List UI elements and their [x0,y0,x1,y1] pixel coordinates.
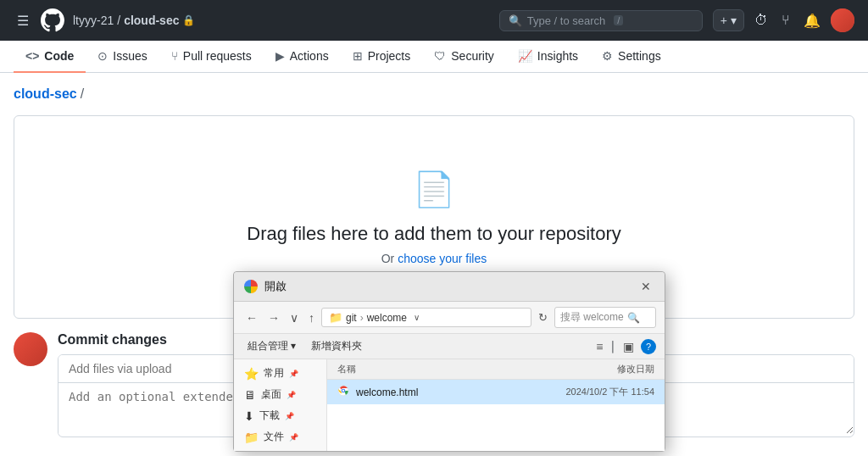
sidebar-item-label-3: 文件 [264,430,284,444]
dialog-list-view-button[interactable]: ≡ [593,338,606,355]
sidebar-item-icon-3: 📁 [244,431,259,444]
timer-button[interactable]: ⏱ [751,9,771,31]
dialog-sidebar-item-0[interactable]: ⭐常用📌 [234,363,326,384]
breadcrumb-user-link[interactable]: ltyyy-21 [73,14,114,27]
tab-pullrequests[interactable]: ⑂Pull requests [159,41,264,73]
search-icon: 🔍 [509,14,522,27]
dialog-file-row-0[interactable]: welcome.html2024/10/2 下午 11:54 [327,380,665,404]
path-separator: / [81,86,84,102]
dialog-sidebar-item-3[interactable]: 📁文件📌 [234,426,326,448]
dialog-path-dropdown-button[interactable]: ∨ [414,313,420,322]
dialog-file-date-0: 2024/10/2 下午 11:54 [565,386,654,398]
dialog-chrome-icon [244,280,258,293]
dialog-action-bar: 組合管理 ▾ 新增資料夾 ≡ │ ▣ ? [234,334,665,359]
dialog-file-header: 名稱 修改日期 [327,359,665,380]
dialog-path-bar[interactable]: 📁 git › welcome ∨ [321,308,531,327]
dialog-path-folder-icon: 📁 [329,311,342,324]
dialog-organize-button[interactable]: 組合管理 ▾ [242,337,301,355]
dialog-up-button[interactable]: ↑ [305,309,318,326]
dialog-new-folder-button[interactable]: 新增資料夾 [306,337,367,355]
tab-insights[interactable]: 📈Insights [506,41,590,73]
dialog-file-browser: ⭐常用📌🖥桌面📌⬇下載📌📁文件📌 名稱 修改日期 welcome.html202… [234,359,665,451]
repo-path-link[interactable]: cloud-sec [14,86,77,102]
tab-security-icon: 🛡 [434,49,446,63]
dialog-path-git: git [346,312,357,324]
hamburger-button[interactable]: ☰ [14,9,32,32]
dialog-refresh-button[interactable]: ↻ [535,309,551,325]
dialog-grid-view-button[interactable]: ▣ [620,338,637,355]
commit-avatar [14,332,47,366]
dialog-file-chrome-icon-0 [337,385,349,397]
dialog-sidebar-item-1[interactable]: 🖥桌面📌 [234,384,326,405]
dialog-file-name-0: welcome.html [356,386,565,398]
dialog-sidebar-item-2[interactable]: ⬇下載📌 [234,405,326,426]
top-navbar: ☰ ltyyy-21 / cloud-sec 🔒 🔍 Type / to sea… [0,0,868,41]
add-dropdown-icon: ▾ [731,14,737,27]
dialog-col-date: 修改日期 [617,363,654,375]
tab-issues-icon: ⊙ [97,49,108,63]
search-bar[interactable]: 🔍 Type / to search / [499,10,703,31]
choose-files-link[interactable]: choose your files [398,252,487,265]
dialog-title-left: 開啟 [244,279,287,294]
dialog-action-right: ≡ │ ▣ ? [593,338,656,355]
add-button[interactable]: + ▾ [713,9,744,31]
dialog-down-button[interactable]: ∨ [287,309,302,326]
sidebar-item-pin-0: 📌 [289,370,298,378]
repo-breadcrumb-path: cloud-sec / [14,86,854,102]
breadcrumb: ltyyy-21 / cloud-sec 🔒 [73,14,195,27]
tab-settings-icon: ⚙ [602,49,613,63]
file-dialog: 開啟 ✕ ← → ∨ ↑ 📁 git › welcome ∨ ↻ 搜尋 welc… [233,271,665,451]
dialog-toolbar: ← → ∨ ↑ 📁 git › welcome ∨ ↻ 搜尋 welcome 🔍 [234,302,665,334]
lock-icon: 🔒 [182,14,195,26]
avatar-image [831,8,854,32]
tab-issues[interactable]: ⊙Issues [86,41,159,73]
dialog-close-button[interactable]: ✕ [637,280,654,293]
tab-insights-icon: 📈 [518,49,532,63]
tab-security-label: Security [451,49,494,63]
tab-pullrequests-icon: ⑂ [171,49,178,63]
nav-left: ☰ ltyyy-21 / cloud-sec 🔒 [14,8,489,32]
dialog-search-bar[interactable]: 搜尋 welcome 🔍 [554,307,656,328]
tab-projects-icon: ⊞ [353,49,363,63]
dialog-forward-button[interactable]: → [264,309,283,326]
dialog-back-button[interactable]: ← [242,309,261,326]
dialog-path-sep1: › [360,312,364,324]
tab-issues-label: Issues [113,49,147,63]
sidebar-item-icon-1: 🖥 [244,388,256,402]
drop-title: Drag files here to add them to your repo… [247,223,620,245]
dialog-file-icon-0 [337,385,349,399]
tab-actions-icon: ▶ [275,49,285,63]
search-placeholder-text: Type / to search [527,14,606,27]
tab-settings[interactable]: ⚙Settings [590,41,673,73]
tab-code-label: Code [44,49,74,63]
avatar[interactable] [831,8,854,32]
sidebar-item-pin-2: 📌 [285,412,294,420]
sidebar-item-icon-2: ⬇ [244,409,254,423]
dialog-help-button[interactable]: ? [641,339,656,354]
tab-projects-label: Projects [368,49,411,63]
dialog-path-welcome: welcome [367,312,407,324]
github-logo-icon [41,8,64,32]
sidebar-item-label-0: 常用 [264,366,284,381]
dialog-right-panel: 名稱 修改日期 welcome.html2024/10/2 下午 11:54 [327,359,665,451]
dialog-col-name: 名稱 [337,363,356,375]
nav-actions: + ▾ ⏱ ⑂ 🔔 [713,8,854,32]
drop-file-icon: 📄 [413,170,455,209]
merge-button[interactable]: ⑂ [778,9,793,31]
sidebar-item-pin-3: 📌 [289,433,298,442]
tab-pullrequests-label: Pull requests [183,49,252,63]
tab-actions[interactable]: ▶Actions [264,41,341,73]
breadcrumb-repo: cloud-sec [124,14,179,27]
tab-code[interactable]: <>Code [14,41,86,73]
tab-actions-label: Actions [290,49,329,63]
dialog-title-text: 開啟 [264,279,287,294]
drop-subtitle: Or choose your files [381,252,487,265]
tab-security[interactable]: 🛡Security [422,41,506,73]
dialog-search-icon: 🔍 [627,312,640,324]
bell-button[interactable]: 🔔 [800,9,824,32]
tab-projects[interactable]: ⊞Projects [341,41,423,73]
tab-code-icon: <> [25,49,39,63]
dialog-organize-dropdown-icon: ▾ [291,340,296,352]
dialog-left-panel: ⭐常用📌🖥桌面📌⬇下載📌📁文件📌 [234,359,327,451]
sidebar-item-label-1: 桌面 [261,387,281,402]
